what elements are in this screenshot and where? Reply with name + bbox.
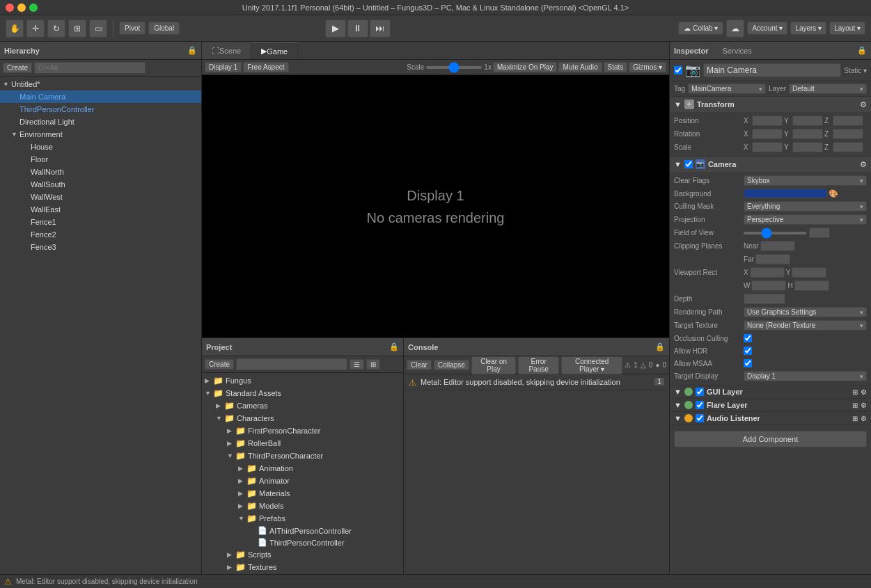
- account-dropdown[interactable]: Account ▾: [747, 22, 787, 35]
- game-tab[interactable]: ▶ Game: [251, 42, 298, 59]
- folder-models[interactable]: ▶ 📁 Models: [202, 500, 403, 512]
- hdr-checkbox[interactable]: [744, 347, 752, 355]
- folder-cameras[interactable]: ▶ 📁 Cameras: [202, 399, 403, 412]
- folder-tpc-char[interactable]: ▼ 📁 ThirdPersonCharacter: [202, 450, 403, 462]
- pivot-btn[interactable]: Pivot: [119, 22, 146, 35]
- folder-standard-assets[interactable]: ▼ 📁 Standard Assets: [202, 387, 403, 399]
- vp-x-field[interactable]: 0: [750, 267, 785, 278]
- tree-fence2[interactable]: Fence2: [0, 228, 201, 241]
- tree-wallsouth[interactable]: WallSouth: [0, 178, 201, 191]
- display-btn[interactable]: Display 1: [205, 62, 242, 72]
- pos-y-field[interactable]: 1: [792, 116, 823, 126]
- audio-listener-header[interactable]: ▼ Audio Listener ⊞ ⚙: [670, 412, 871, 424]
- layout-dropdown[interactable]: Layout ▾: [829, 22, 865, 35]
- aspect-btn[interactable]: Free Aspect: [243, 62, 288, 72]
- scale-x-field[interactable]: 1: [752, 142, 783, 152]
- scale-tool-btn[interactable]: ⊞: [68, 19, 86, 38]
- file-tpc[interactable]: 📄 ThirdPersonController: [202, 537, 403, 548]
- console-collapse-btn[interactable]: Collapse: [434, 360, 469, 370]
- console-item-0[interactable]: ⚠ Metal: Editor support disabled, skippi…: [405, 376, 668, 390]
- folder-scripts[interactable]: ▶ 📁 Scripts: [202, 548, 403, 561]
- fov-slider[interactable]: [744, 232, 806, 235]
- scale-z-field[interactable]: 1: [833, 142, 863, 152]
- maximize-btn[interactable]: Maximize On Play: [493, 62, 558, 72]
- occlusion-checkbox[interactable]: [744, 334, 752, 342]
- tree-environment[interactable]: ▼ Environment: [0, 128, 201, 141]
- folder-prefabs[interactable]: ▼ 📁 Prefabs: [202, 512, 403, 525]
- pos-z-field[interactable]: -10: [833, 116, 863, 126]
- collab-btn[interactable]: ☁ Collab ▾: [678, 22, 723, 35]
- tree-fence1[interactable]: Fence1: [0, 216, 201, 228]
- clip-near-field[interactable]: 0.3: [760, 241, 795, 251]
- folder-rollerball[interactable]: ▶ 📁 RollerBall: [202, 437, 403, 450]
- flare-layer-checkbox[interactable]: [696, 401, 704, 409]
- close-dot[interactable]: [6, 3, 14, 12]
- clip-far-field[interactable]: 1000: [755, 254, 790, 264]
- stats-btn[interactable]: Stats: [604, 62, 628, 72]
- folder-animation[interactable]: ▶ 📁 Animation: [202, 462, 403, 475]
- fov-field[interactable]: 60: [809, 228, 830, 238]
- obj-active-checkbox[interactable]: [674, 66, 682, 74]
- rot-x-field[interactable]: 0: [752, 129, 783, 139]
- layers-dropdown[interactable]: Layers ▾: [790, 22, 826, 35]
- scene-tab[interactable]: ⛶ Scene: [202, 42, 251, 59]
- console-clear-on-play-btn[interactable]: Clear on Play: [471, 356, 516, 374]
- culling-mask-dropdown[interactable]: Everything ▾: [744, 201, 867, 212]
- obj-name-field[interactable]: [703, 63, 841, 77]
- tree-fence3[interactable]: Fence3: [0, 241, 201, 253]
- vp-w-field[interactable]: 1: [751, 280, 786, 291]
- folder-materials[interactable]: ▶ 📁 Materials: [202, 487, 403, 500]
- step-btn[interactable]: ⏭: [370, 19, 391, 38]
- play-btn[interactable]: ▶: [325, 19, 346, 38]
- maximize-dot[interactable]: [29, 3, 38, 12]
- tag-dropdown[interactable]: MainCamera ▾: [688, 84, 766, 94]
- hand-tool-btn[interactable]: ✋: [6, 19, 24, 38]
- tree-scene[interactable]: ▼ Untitled*: [0, 78, 201, 90]
- rendering-path-dropdown[interactable]: Use Graphics Settings ▾: [744, 307, 867, 317]
- audio-listener-checkbox[interactable]: [696, 414, 704, 422]
- tree-wallnorth[interactable]: WallNorth: [0, 166, 201, 178]
- gui-layer-checkbox[interactable]: [696, 388, 704, 396]
- vp-h-field[interactable]: 1: [794, 280, 829, 291]
- scale-slider[interactable]: [426, 66, 482, 69]
- tree-main-camera[interactable]: Main Camera: [0, 90, 201, 103]
- clear-flags-dropdown[interactable]: Skybox ▾: [744, 175, 867, 186]
- console-clear-btn[interactable]: Clear: [407, 360, 432, 370]
- project-search-input[interactable]: [236, 358, 347, 370]
- gui-layer-header[interactable]: ▼ GUI Layer ⊞ ⚙: [670, 386, 871, 398]
- hierarchy-search-input[interactable]: [34, 62, 146, 74]
- rot-y-field[interactable]: 0: [792, 129, 823, 139]
- folder-fpc[interactable]: ▶ 📁 FirstPersonCharacter: [202, 424, 403, 437]
- services-tab[interactable]: Services: [723, 47, 752, 55]
- mute-btn[interactable]: Mute Audio: [558, 62, 602, 72]
- folder-characters[interactable]: ▼ 📁 Characters: [202, 412, 403, 424]
- folder-textures[interactable]: ▶ 📁 Textures: [202, 561, 403, 573]
- project-filter-btn[interactable]: ☰: [350, 359, 364, 370]
- move-tool-btn[interactable]: ✛: [26, 19, 45, 38]
- rotate-tool-btn[interactable]: ↻: [47, 19, 65, 38]
- console-connected-player-btn[interactable]: Connected Player ▾: [561, 356, 622, 374]
- global-btn[interactable]: Global: [148, 22, 180, 35]
- layer-dropdown[interactable]: Default ▾: [789, 84, 867, 94]
- tree-wallwest[interactable]: WallWest: [0, 191, 201, 203]
- hierarchy-create-btn[interactable]: Create: [3, 63, 32, 73]
- transform-header[interactable]: ▼ ✛ Transform ⚙: [670, 97, 871, 112]
- tree-dir-light[interactable]: Directional Light: [0, 116, 201, 128]
- project-create-btn[interactable]: Create: [205, 359, 234, 370]
- target-texture-dropdown[interactable]: None (Render Texture ▾: [744, 320, 867, 331]
- vp-y-field[interactable]: 0: [792, 267, 826, 278]
- camera-active-checkbox[interactable]: [684, 160, 693, 168]
- pause-btn[interactable]: ⏸: [347, 19, 368, 38]
- background-color-swatch[interactable]: [744, 189, 827, 198]
- tree-tpc[interactable]: ThirdPersonController: [0, 103, 201, 116]
- tree-floor[interactable]: Floor: [0, 153, 201, 166]
- pos-x-field[interactable]: 0: [752, 116, 783, 126]
- flare-layer-header[interactable]: ▼ Flare Layer ⊞ ⚙: [670, 399, 871, 411]
- msaa-checkbox[interactable]: [744, 359, 752, 367]
- tree-walleast[interactable]: WallEast: [0, 203, 201, 216]
- scale-y-field[interactable]: 1: [792, 142, 823, 152]
- rot-z-field[interactable]: 0: [833, 129, 863, 139]
- gizmos-btn[interactable]: Gizmos ▾: [629, 62, 666, 72]
- color-picker-icon[interactable]: 🎨: [829, 189, 838, 198]
- camera-header[interactable]: ▼ 📷 Camera ⚙: [670, 157, 871, 172]
